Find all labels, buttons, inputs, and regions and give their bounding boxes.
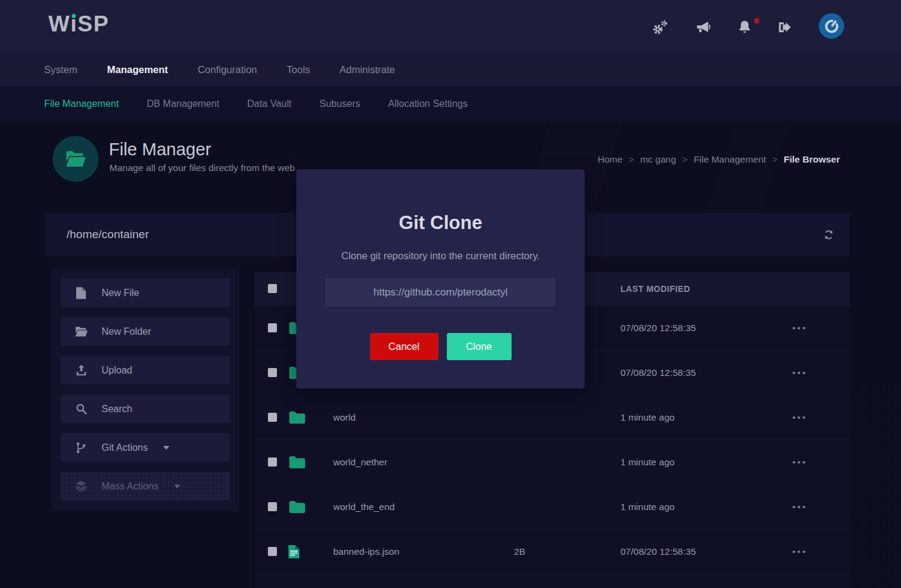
file-name[interactable]: banned-ips.json	[333, 529, 399, 573]
new-file-button[interactable]: New File	[60, 279, 230, 307]
secondary-nav: File Management DB Management Data Vault…	[0, 86, 901, 121]
file-modified: 1 minute ago	[620, 440, 675, 484]
cancel-button[interactable]: Cancel	[370, 333, 438, 360]
subnav-item-subusers[interactable]: Subusers	[319, 99, 360, 109]
file-modified: 1 minute ago	[620, 395, 675, 439]
nav-item-tools[interactable]: Tools	[287, 64, 310, 76]
row-actions-menu[interactable]	[792, 306, 807, 350]
row-actions-menu[interactable]	[792, 351, 807, 395]
new-folder-icon	[74, 326, 88, 337]
nav-item-configuration[interactable]: Configuration	[198, 64, 257, 76]
notifications-bell-icon[interactable]	[737, 19, 752, 34]
select-all-checkbox[interactable]	[268, 284, 277, 293]
modal-buttons: Cancel Clone	[296, 333, 585, 360]
new-file-icon	[74, 287, 88, 299]
file-type-icon	[288, 411, 307, 424]
logout-icon[interactable]	[777, 19, 793, 35]
top-header-bar: WıSP	[0, 0, 901, 53]
git-actions-dropdown-button[interactable]: Git Actions	[60, 433, 230, 462]
breadcrumb-file-browser: File Browser	[784, 154, 840, 165]
upload-button[interactable]: Upload	[60, 356, 230, 384]
file-modified: 07/08/20 12:58:35	[620, 351, 696, 395]
subnav-item-db-management[interactable]: DB Management	[147, 99, 220, 109]
file-type-icon	[288, 500, 307, 514]
notification-badge	[754, 18, 760, 24]
mass-actions-label: Mass Actions	[102, 481, 158, 492]
announcements-megaphone-icon[interactable]	[695, 19, 711, 35]
new-folder-label: New Folder	[102, 326, 151, 337]
chevron-down-icon	[163, 446, 169, 450]
breadcrumb-home[interactable]: Home	[597, 154, 622, 165]
row-checkbox[interactable]	[268, 413, 277, 422]
row-actions-menu[interactable]	[792, 529, 807, 573]
modal-title: Git Clone	[296, 212, 585, 234]
row-checkbox[interactable]	[268, 323, 277, 332]
file-type-icon	[288, 545, 307, 558]
breadcrumb-separator: >	[682, 154, 688, 165]
breadcrumb: Home > mc gang > File Management > File …	[597, 154, 840, 165]
git-url-input[interactable]	[325, 278, 556, 306]
clone-button[interactable]: Clone	[447, 333, 512, 360]
git-actions-label: Git Actions	[102, 442, 148, 453]
file-name[interactable]: world_nether	[333, 440, 388, 484]
page-title: File Manager	[109, 140, 211, 160]
breadcrumb-server[interactable]: mc gang	[640, 154, 676, 165]
file-manager-page-icon	[53, 136, 99, 182]
breadcrumb-file-management[interactable]: File Management	[694, 154, 766, 165]
file-modified: 07/08/20 12:58:35	[620, 529, 696, 573]
file-type-icon	[288, 456, 307, 469]
search-label: Search	[102, 404, 132, 415]
file-actions-sidebar: New File New Folder Upload	[51, 268, 239, 511]
column-header-last-modified[interactable]: LAST MODIFIED	[620, 272, 690, 305]
layers-icon	[74, 480, 88, 492]
file-row[interactable]	[255, 573, 850, 588]
wisp-admin-panel: WıSP	[0, 0, 901, 588]
file-name[interactable]: world_the_end	[333, 485, 395, 529]
search-button[interactable]: Search	[60, 395, 230, 423]
row-actions-menu[interactable]	[792, 440, 807, 484]
current-path: /home/container	[67, 213, 149, 256]
primary-nav: System Management Configuration Tools Ad…	[0, 53, 901, 86]
row-actions-menu[interactable]	[792, 485, 807, 529]
row-checkbox[interactable]	[268, 368, 277, 377]
open-folder-icon	[65, 150, 86, 168]
refresh-icon[interactable]	[822, 228, 835, 241]
row-actions-menu[interactable]	[792, 395, 807, 439]
new-file-label: New File	[102, 288, 139, 299]
row-checkbox[interactable]	[268, 547, 277, 556]
file-modified: 1 minute ago	[620, 485, 675, 529]
git-branch-icon	[74, 442, 88, 454]
new-folder-button[interactable]: New Folder	[60, 317, 230, 346]
file-row[interactable]: world_the_end 1 minute ago	[255, 484, 850, 529]
modal-description: Clone git repository into the current di…	[296, 250, 585, 262]
row-checkbox[interactable]	[268, 502, 277, 511]
breadcrumb-separator: >	[772, 154, 778, 165]
file-modified: 07/08/20 12:58:35	[620, 306, 696, 350]
file-row[interactable]: world 1 minute ago	[255, 395, 850, 439]
power-button[interactable]	[819, 13, 844, 39]
row-checkbox[interactable]	[268, 457, 277, 467]
file-row[interactable]: world_nether 1 minute ago	[255, 439, 850, 484]
settings-gears-icon[interactable]	[652, 19, 668, 36]
upload-label: Upload	[102, 365, 132, 376]
subnav-item-file-management[interactable]: File Management	[44, 99, 119, 109]
nav-item-administrate[interactable]: Administrate	[340, 64, 395, 76]
search-icon	[74, 403, 88, 415]
page-subtitle: Manage all of your files directly from t…	[109, 163, 295, 173]
file-size: 2B	[514, 529, 525, 573]
app-logo[interactable]: WıSP	[48, 11, 109, 37]
chevron-down-icon	[174, 485, 180, 488]
nav-item-system[interactable]: System	[44, 64, 77, 76]
subnav-item-data-vault[interactable]: Data Vault	[247, 99, 292, 109]
power-icon	[824, 18, 840, 34]
mass-actions-dropdown-button[interactable]: Mass Actions	[60, 472, 230, 500]
logo-i-dot	[72, 14, 76, 18]
upload-icon	[74, 364, 88, 376]
subnav-item-allocation-settings[interactable]: Allocation Settings	[388, 99, 468, 109]
file-name[interactable]: world	[333, 395, 356, 439]
breadcrumb-separator: >	[629, 154, 634, 165]
git-clone-modal: Git Clone Clone git repository into the …	[296, 169, 585, 389]
nav-item-management[interactable]: Management	[107, 64, 168, 76]
file-row[interactable]: banned-ips.json 2B 07/08/20 12:58:35	[255, 529, 850, 573]
